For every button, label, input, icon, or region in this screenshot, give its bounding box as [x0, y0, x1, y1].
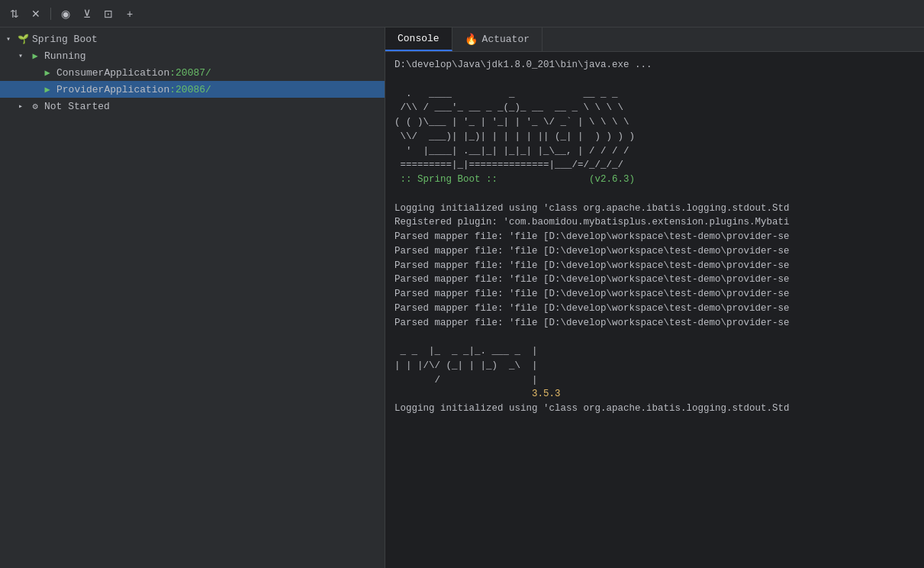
spring-icon: 🌱 — [17, 33, 29, 45]
console-line: :: Spring Boot :: (v2.6.3) — [394, 173, 915, 187]
collapse-all-button[interactable]: ⇅ — [6, 5, 23, 22]
console-line — [394, 73, 915, 87]
tree-item-provider-app[interactable]: ▶ ProviderApplication:20086/ — [0, 81, 385, 98]
tree-arrow-running — [18, 51, 27, 60]
toolbar: ⇅ ✕ ◉ ⊻ ⊡ + — [0, 0, 924, 27]
tree-arrow-consumer — [31, 68, 40, 77]
toggle-view-button[interactable]: ◉ — [57, 5, 74, 22]
tree-arrow-provider — [31, 85, 40, 94]
not-started-label: Not Started — [44, 101, 110, 112]
tree-arrow-not-started — [18, 102, 27, 111]
add-button[interactable]: + — [121, 5, 138, 22]
console-line: \\/ ___)| |_)| | | | | || (_| | ) ) ) ) — [394, 130, 915, 144]
console-line: Parsed mapper file: 'file [D:\develop\wo… — [394, 287, 915, 302]
filter-button[interactable]: ⊻ — [79, 5, 95, 22]
consumer-app-label: ConsumerApplication:20087/ — [56, 67, 211, 79]
running-label: Running — [44, 50, 86, 62]
console-line: Parsed mapper file: 'file [D:\develop\wo… — [394, 316, 915, 331]
console-line: _ _ |_ _ _|_. ___ _ | — [394, 344, 915, 359]
left-panel: 🌱 Spring Boot ▶ Running ▶ ConsumerApplic… — [0, 27, 385, 568]
console-line: ( ( )\___ | '_ | '_| | '_ \/ _` | \ \ \ … — [394, 115, 915, 130]
app-run-icon-consumer: ▶ — [41, 66, 53, 79]
restore-layout-button[interactable]: ⊡ — [100, 5, 117, 22]
console-line: Parsed mapper file: 'file [D:\develop\wo… — [394, 302, 915, 316]
tree-item-spring-boot[interactable]: 🌱 Spring Boot — [0, 31, 385, 47]
settings-icon: ⚙ — [29, 100, 41, 112]
console-line: | | |/\/ (_| | |_) _\ | — [394, 359, 915, 373]
run-icon: ▶ — [29, 50, 41, 62]
provider-app-label: ProviderApplication:20086/ — [56, 84, 211, 95]
tab-bar: Console 🔥 Actuator — [385, 27, 924, 52]
console-line: =========|_|==============|___/=/_/_/_/ — [394, 158, 915, 173]
tree-arrow-spring-boot — [6, 34, 15, 44]
console-line: ' |____| .__|_| |_|_| |_\__, | / / / / — [394, 144, 915, 159]
console-line: /\\ / ___'_ __ _ _(_)_ __ __ _ \ \ \ \ — [394, 101, 915, 115]
console-line: Registered plugin: 'com.baomidou.mybatis… — [394, 215, 915, 230]
services-tree: 🌱 Spring Boot ▶ Running ▶ ConsumerApplic… — [0, 27, 385, 568]
toolbar-divider-1 — [50, 8, 51, 20]
tree-item-consumer-app[interactable]: ▶ ConsumerApplication:20087/ — [0, 64, 385, 81]
tree-item-running[interactable]: ▶ Running — [0, 47, 385, 64]
console-line: Parsed mapper file: 'file [D:\develop\wo… — [394, 230, 915, 244]
spring-boot-label: Spring Boot — [32, 34, 98, 45]
app-run-icon-provider: ▶ — [41, 83, 53, 95]
actuator-tab-icon: 🔥 — [465, 33, 478, 46]
console-tab-label: Console — [398, 33, 439, 44]
console-line: D:\develop\Java\jdk1.8.0_201\bin\java.ex… — [394, 58, 915, 73]
console-line — [394, 187, 915, 202]
console-line: Logging initialized using 'class org.apa… — [394, 402, 915, 416]
console-line: 3.5.3 — [394, 387, 915, 402]
actuator-tab-label: Actuator — [482, 34, 530, 45]
console-line: Parsed mapper file: 'file [D:\develop\wo… — [394, 259, 915, 273]
tree-item-not-started[interactable]: ⚙ Not Started — [0, 98, 385, 115]
right-panel: Console 🔥 Actuator D:\develop\Java\jdk1.… — [385, 27, 924, 568]
console-line: Parsed mapper file: 'file [D:\develop\wo… — [394, 273, 915, 287]
main-layout: 🌱 Spring Boot ▶ Running ▶ ConsumerApplic… — [0, 27, 924, 568]
console-line: / | — [394, 373, 915, 388]
console-output[interactable]: D:\develop\Java\jdk1.8.0_201\bin\java.ex… — [385, 52, 924, 568]
console-line — [394, 330, 915, 344]
tab-console[interactable]: Console — [385, 27, 452, 51]
tab-actuator[interactable]: 🔥 Actuator — [452, 27, 542, 51]
console-line: Logging initialized using 'class org.apa… — [394, 202, 915, 216]
close-button[interactable]: ✕ — [27, 5, 44, 22]
console-line: . ____ _ __ _ _ — [394, 87, 915, 102]
console-line: Parsed mapper file: 'file [D:\develop\wo… — [394, 244, 915, 259]
